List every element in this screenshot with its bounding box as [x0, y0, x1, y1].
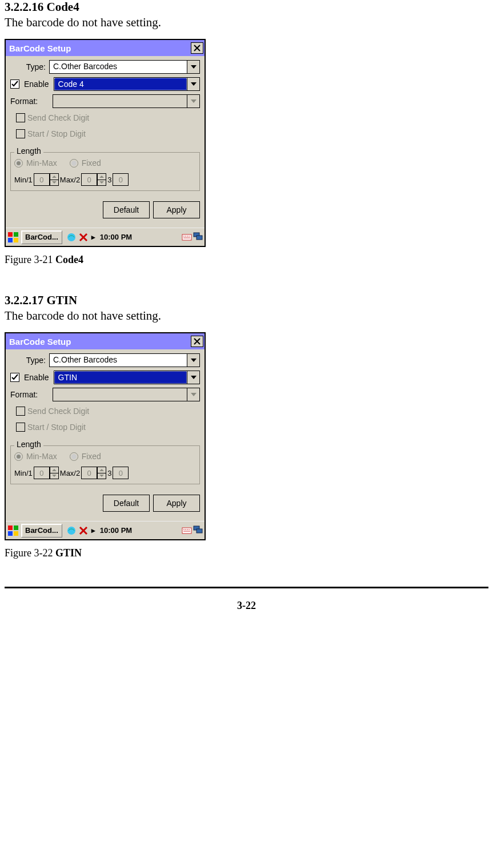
- barcode-combobox[interactable]: Code 4: [54, 77, 200, 91]
- enable-checkbox[interactable]: [10, 373, 19, 382]
- taskbar-app-button[interactable]: BarCod...: [21, 230, 62, 244]
- format-label: Format:: [10, 97, 43, 106]
- radio-minmax: [14, 159, 23, 168]
- length-legend: Length: [14, 146, 43, 156]
- start-menu-icon[interactable]: [7, 524, 19, 537]
- window-title: BarCode Setup: [9, 337, 71, 347]
- send-check-digit-checkbox: [16, 407, 25, 416]
- svg-rect-9: [14, 525, 18, 530]
- start-menu-icon[interactable]: [7, 231, 19, 244]
- radio-minmax-label: Min-Max: [26, 158, 57, 168]
- min-label: Min/1: [14, 176, 33, 184]
- min-spinner: 0: [34, 173, 59, 186]
- section-heading-2: 3.2.2.17 GTIN: [5, 293, 488, 308]
- section-heading-1: 3.2.2.16 Code4: [5, 0, 488, 14]
- chevron-down-icon: [187, 61, 199, 73]
- tray-keyboard-icon[interactable]: [182, 525, 192, 536]
- spin-down-icon: [97, 180, 106, 186]
- apply-button[interactable]: Apply: [153, 201, 200, 218]
- send-check-digit-label: Send Check Digit: [25, 113, 91, 122]
- length-fieldset: Length Min-Max Fixed Min/1 0: [10, 445, 200, 484]
- spin-down-icon: [50, 180, 59, 186]
- titlebar: BarCode Setup: [6, 333, 205, 349]
- tray-windows-icon[interactable]: [193, 232, 203, 242]
- svg-rect-15: [197, 529, 202, 533]
- svg-rect-11: [14, 531, 18, 536]
- start-stop-digit-checkbox: [16, 129, 25, 138]
- radio-fixed-label: Fixed: [82, 158, 101, 168]
- tray-clock: 10:00 PM: [99, 526, 133, 535]
- close-icon: [194, 45, 201, 51]
- min-value: 0: [34, 173, 50, 186]
- close-button[interactable]: [191, 336, 203, 347]
- window-title: BarCode Setup: [9, 43, 71, 53]
- format-value: [53, 388, 187, 401]
- radio-fixed: [70, 452, 78, 461]
- radio-minmax: [14, 452, 23, 461]
- start-stop-digit-label: Start / Stop Digit: [25, 129, 88, 138]
- section-body-1: The barcode do not have setting.: [5, 15, 488, 30]
- type-combobox[interactable]: C.Other Barcodes: [49, 60, 200, 74]
- min-label: Min/1: [14, 469, 33, 477]
- field3-label: 3: [107, 469, 111, 477]
- chevron-down-icon: [187, 371, 199, 384]
- max-value: 0: [81, 173, 97, 186]
- spin-up-icon: [50, 467, 59, 473]
- svg-rect-8: [8, 525, 13, 530]
- svg-rect-3: [14, 238, 18, 242]
- taskbar-app-button[interactable]: BarCod...: [21, 524, 62, 537]
- default-button[interactable]: Default: [103, 495, 150, 512]
- max-spinner: 0: [81, 173, 106, 186]
- tray-world-icon[interactable]: [66, 525, 77, 536]
- format-combobox: [53, 94, 200, 108]
- type-value: C.Other Barcodes: [50, 61, 187, 73]
- radio-minmax-label: Min-Max: [26, 452, 57, 461]
- close-icon: [194, 338, 201, 345]
- screenshot-code4: BarCode Setup Type: C.Other Barcodes: [5, 39, 206, 247]
- spin-up-icon: [97, 467, 106, 473]
- figure-caption-1: Figure 3-21 Code4: [5, 254, 488, 266]
- length-legend: Length: [14, 440, 43, 449]
- spin-down-icon: [50, 473, 59, 480]
- check-icon: [11, 81, 18, 87]
- chevron-down-icon: [187, 78, 199, 90]
- radio-fixed-label: Fixed: [82, 452, 101, 461]
- tray-windows-icon[interactable]: [193, 525, 203, 536]
- default-button[interactable]: Default: [103, 201, 150, 218]
- enable-label: Enable: [22, 373, 51, 382]
- format-combobox: [53, 388, 200, 401]
- svg-rect-1: [14, 232, 18, 237]
- max-label: Max/2: [60, 469, 80, 477]
- tray-x-icon[interactable]: [79, 526, 88, 535]
- svg-rect-13: [182, 528, 191, 533]
- field3-value: 0: [113, 173, 129, 186]
- send-check-digit-label: Send Check Digit: [25, 407, 91, 416]
- tray-world-icon[interactable]: [66, 232, 77, 242]
- send-check-digit-checkbox: [16, 113, 25, 122]
- apply-button[interactable]: Apply: [153, 495, 200, 512]
- screenshot-gtin: BarCode Setup Type: C.Other Barcodes: [5, 332, 206, 540]
- min-spinner: 0: [34, 467, 59, 479]
- section-body-2: The barcode do not have setting.: [5, 309, 488, 323]
- spin-down-icon: [97, 473, 106, 480]
- chevron-down-icon: [187, 95, 199, 107]
- svg-rect-0: [8, 232, 13, 237]
- type-label: Type:: [10, 356, 49, 365]
- max-value: 0: [81, 467, 97, 479]
- barcode-combobox[interactable]: GTIN: [54, 371, 200, 384]
- format-label: Format:: [10, 390, 43, 399]
- svg-rect-7: [197, 236, 202, 240]
- tray-clock: 10:00 PM: [99, 233, 133, 241]
- type-combobox[interactable]: C.Other Barcodes: [49, 353, 200, 367]
- check-icon: [11, 374, 18, 381]
- length-fieldset: Length Min-Max Fixed Min/1 0: [10, 152, 200, 191]
- tray-x-icon[interactable]: [79, 233, 88, 242]
- enable-checkbox[interactable]: [10, 79, 19, 89]
- start-stop-digit-checkbox: [16, 423, 25, 432]
- tray-arrow-icon: ▸: [90, 233, 97, 241]
- svg-rect-10: [8, 531, 13, 536]
- max-spinner: 0: [81, 467, 106, 479]
- tray-keyboard-icon[interactable]: [182, 232, 192, 242]
- barcode-value: GTIN: [54, 371, 187, 384]
- close-button[interactable]: [191, 42, 203, 54]
